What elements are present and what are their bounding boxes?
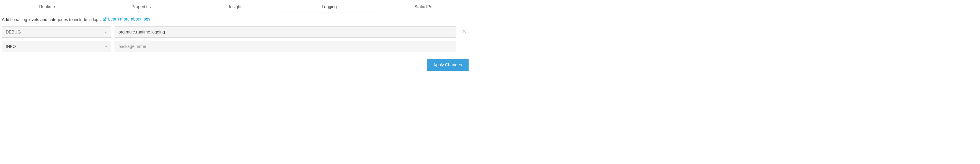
tab-properties[interactable]: Properties bbox=[94, 1, 188, 12]
external-link-icon bbox=[103, 17, 107, 21]
category-input[interactable] bbox=[115, 26, 456, 38]
log-level-value: DEBUG bbox=[6, 30, 21, 34]
chevron-down-icon bbox=[104, 30, 108, 34]
log-rows: DEBUGINFO bbox=[2, 26, 469, 52]
tab-runtime[interactable]: Runtime bbox=[0, 1, 94, 12]
svg-line-0 bbox=[105, 18, 107, 19]
category-input-wrapper bbox=[115, 26, 457, 38]
actions-bar: Apply Changes bbox=[0, 54, 470, 73]
remove-placeholder bbox=[460, 42, 469, 51]
chevron-down-icon bbox=[104, 45, 108, 48]
log-row: INFO bbox=[2, 41, 469, 52]
tabs-bar: RuntimePropertiesInsightLoggingStatic IP… bbox=[0, 1, 470, 12]
tab-insight[interactable]: Insight bbox=[188, 1, 282, 12]
log-level-select[interactable]: DEBUG bbox=[2, 26, 112, 38]
category-input-wrapper bbox=[115, 41, 457, 52]
remove-row-button[interactable] bbox=[460, 27, 469, 37]
tab-static-ips[interactable]: Static IPs bbox=[376, 1, 470, 12]
log-level-value: INFO bbox=[6, 44, 16, 49]
learn-more-link[interactable]: Learn more about logs. bbox=[103, 17, 151, 21]
apply-changes-button[interactable]: Apply Changes bbox=[427, 59, 469, 71]
close-icon bbox=[461, 29, 467, 35]
description-text: Additional log levels and categories to … bbox=[2, 17, 102, 22]
log-level-select[interactable]: INFO bbox=[2, 41, 112, 52]
category-input[interactable] bbox=[115, 41, 456, 52]
logging-content: Additional log levels and categories to … bbox=[0, 12, 470, 54]
learn-more-label: Learn more about logs. bbox=[108, 17, 151, 21]
description: Additional log levels and categories to … bbox=[2, 17, 469, 22]
log-row: DEBUG bbox=[2, 26, 469, 38]
tab-logging[interactable]: Logging bbox=[282, 1, 376, 12]
